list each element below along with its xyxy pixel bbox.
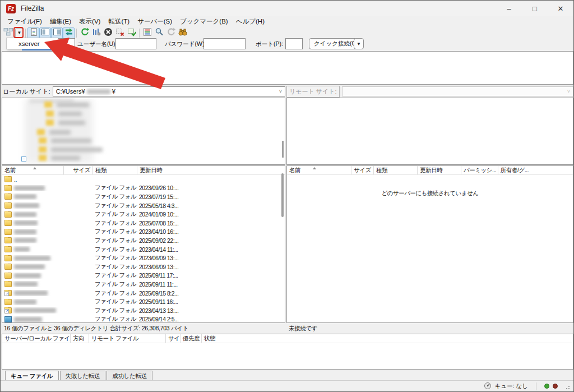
type-cell: ファイル フォルダー [93, 307, 137, 315]
column-header-label: サイズ [354, 167, 371, 173]
column-header[interactable]: 所有者/グ... [498, 166, 573, 174]
type-cell: ファイル フォルダー [93, 193, 137, 201]
column-header[interactable]: サイズ [64, 166, 93, 174]
blurred-file-name [14, 273, 41, 278]
menu-item-3[interactable]: 転送(T) [104, 16, 133, 27]
file-row[interactable]: ファイル フォルダー2023/04/10 16:... [2, 228, 285, 237]
name-cell [2, 220, 64, 226]
minimize-button[interactable]: – [496, 1, 522, 16]
column-header-label: 種類 [376, 167, 387, 173]
file-row[interactable]: ファイル フォルダー2023/04/13 13:... [2, 306, 285, 315]
file-row[interactable]: ファイル フォルダー2025/09/11 17:... [2, 271, 285, 280]
column-header[interactable]: パーミッシ... [461, 166, 498, 174]
parent-directory-row[interactable]: .. [2, 175, 285, 184]
column-header-label: サイズ [168, 335, 180, 342]
column-header[interactable]: 種類 [374, 166, 418, 174]
port-input[interactable] [285, 38, 303, 49]
column-header-label: 方向 [73, 335, 84, 342]
menu-item-4[interactable]: サーバー(S) [133, 16, 176, 27]
window-title: FileZilla [21, 4, 44, 12]
file-row[interactable]: ファイル フォルダー2023/06/09 13:... [2, 262, 285, 271]
blurred-file-name [14, 247, 30, 252]
folder-icon [4, 299, 12, 305]
column-header[interactable]: 方向 [71, 334, 89, 343]
menu-item-6[interactable]: ヘルプ(H) [232, 16, 269, 27]
local-status-bar: 16 個のファイルと 36 個のディレクトリ 合計サイズ: 26,308,703… [2, 324, 285, 334]
folder-icon [4, 220, 12, 226]
folder-icon [4, 246, 12, 252]
column-header-label: 名前 [4, 167, 16, 173]
name-cell [2, 273, 64, 279]
tree-expander-icon[interactable]: − [21, 156, 26, 162]
filezilla-logo-icon: Fz [6, 4, 16, 13]
menu-item-1[interactable]: 編集(E) [46, 16, 75, 27]
file-row[interactable]: ファイル フォルダー2025/09/11 11:... [2, 280, 285, 289]
date-cell: 2023/09/26 10:... [137, 185, 285, 191]
folder-icon [4, 290, 12, 296]
menu-item-2[interactable]: 表示(V) [75, 16, 104, 27]
name-cell: .. [2, 176, 64, 183]
file-row[interactable]: ファイル フォルダー2023/06/09 13:... [2, 253, 285, 262]
column-header[interactable]: 種類 [93, 166, 137, 174]
folder-icon [4, 229, 12, 235]
name-cell [2, 202, 64, 209]
file-row[interactable]: ファイル フォルダー2025/09/02 22:... [2, 236, 285, 245]
column-header-label: 更新日時 [140, 167, 162, 173]
quickconnect-dropdown-button[interactable]: ▼ [354, 38, 364, 49]
menu-item-5[interactable]: ブックマーク(B) [176, 16, 232, 27]
file-row[interactable]: ファイル フォルダー2025/09/11 16:... [2, 297, 285, 306]
chevron-down-icon[interactable]: ˅ [279, 89, 282, 94]
blurred-folder-icon [46, 119, 54, 126]
blurred-file-name [14, 317, 42, 322]
column-header[interactable]: サイズ [166, 334, 180, 343]
close-button[interactable]: ✕ [548, 1, 573, 16]
type-cell: ファイル フォルダー [93, 254, 137, 262]
file-row[interactable]: ファイル フォルダー2023/04/14 11:... [2, 245, 285, 254]
date-cell: 2025/09/11 11:... [137, 281, 285, 288]
remote-site-row: リモート サイト: ˅ [286, 86, 573, 97]
column-header[interactable]: サーバー/ローカル ファイル [2, 334, 71, 343]
local-site-combobox[interactable]: C:¥Users¥ ¥ ˅ [53, 86, 285, 96]
resize-grip[interactable] [564, 384, 570, 391]
maximize-button[interactable]: □ [522, 1, 548, 16]
column-header[interactable]: 状態 [202, 334, 573, 343]
menu-item-0[interactable]: ファイル(F) [3, 16, 46, 27]
column-header[interactable]: 名前 [287, 166, 351, 174]
folder-icon [4, 211, 12, 218]
local-path-suffix: ¥ [112, 88, 115, 95]
date-cell: 2024/01/09 10:... [137, 211, 285, 218]
type-cell: ファイル フォルダー [93, 237, 137, 245]
column-header[interactable]: 名前 [2, 166, 64, 174]
column-header[interactable]: 更新日時 [137, 166, 285, 174]
folder-icon [4, 202, 12, 209]
menubar: ファイル(F)編集(E)表示(V)転送(T)サーバー(S)ブックマーク(B)ヘル… [1, 16, 573, 27]
column-header[interactable]: リモート ファイル [89, 334, 166, 343]
type-cell: ファイル フォルダー [93, 246, 137, 253]
file-row[interactable]: ファイル フォルダー2025/07/08 15:... [2, 219, 285, 228]
file-row[interactable]: ファイル フォルダー2024/01/09 10:... [2, 210, 285, 219]
file-row[interactable]: ファイル フォルダー2023/09/26 10:... [2, 184, 285, 193]
username-label: ユーザー名(U): [77, 40, 117, 48]
column-header[interactable]: 更新日時 [418, 166, 461, 174]
type-cell: ファイル フォルダー [93, 289, 137, 297]
statusbar-separator [536, 382, 536, 390]
password-input[interactable] [203, 38, 246, 49]
remote-pane: リモート サイト: ˅ 名前サイズ種類更新日時パーミッシ...所有者/グ... … [286, 86, 573, 334]
host-history-item[interactable]: xserver [18, 40, 40, 47]
blurred-tree-item [58, 112, 82, 116]
blurred-tree-item [57, 103, 89, 107]
file-row[interactable]: ファイル フォルダー2025/09/14 2:5... [2, 315, 285, 323]
column-header[interactable]: サイズ [351, 166, 374, 174]
column-header[interactable]: 優先度 [180, 334, 202, 343]
date-cell: 2025/09/11 17:... [137, 272, 285, 279]
list-scrollbar-thumb[interactable] [281, 173, 284, 217]
blurred-file-name [14, 308, 56, 313]
tree-scrollbar-thumb[interactable] [282, 141, 284, 158]
remote-site-combobox: ˅ [342, 86, 573, 96]
file-row[interactable]: ファイル フォルダー2025/05/18 4:3... [2, 201, 285, 210]
username-input[interactable] [115, 38, 156, 49]
file-row[interactable]: ファイル フォルダー2023/07/19 15:... [2, 192, 285, 201]
file-row[interactable]: ファイル フォルダー2025/09/15 8:2... [2, 289, 285, 298]
local-directory-tree[interactable]: − [2, 98, 285, 165]
date-cell: 2025/09/11 16:... [137, 298, 285, 305]
